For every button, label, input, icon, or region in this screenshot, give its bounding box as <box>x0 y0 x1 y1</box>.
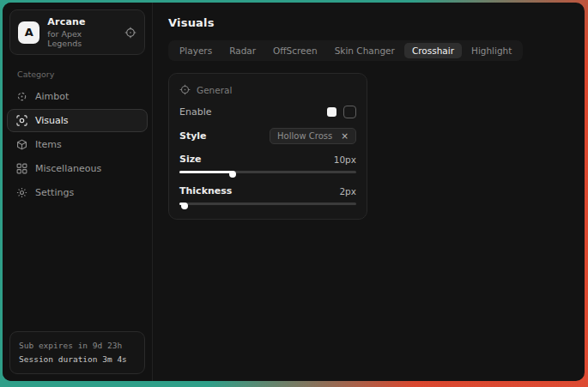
color-swatch[interactable] <box>327 107 336 117</box>
thickness-slider-fill <box>179 203 185 205</box>
size-value: 10px <box>334 154 356 165</box>
page-title: Visuals <box>168 16 569 29</box>
sidebar: A Arcane for Apex Legends Category Aimbo… <box>3 3 153 381</box>
brand-subtitle: for Apex Legends <box>47 29 117 48</box>
sidebar-item-aimbot[interactable]: Aimbot <box>7 85 148 108</box>
style-select[interactable]: Hollow Cross × <box>270 128 356 144</box>
app-window: A Arcane for Apex Legends Category Aimbo… <box>3 3 585 381</box>
tab-crosshair[interactable]: Crosshair <box>404 43 462 58</box>
enable-label: Enable <box>179 106 211 118</box>
tab-radar[interactable]: Radar <box>221 43 264 58</box>
crosshair-icon <box>16 91 27 102</box>
sidebar-item-label: Aimbot <box>35 91 69 102</box>
sidebar-item-miscellaneous[interactable]: Miscellaneous <box>7 157 148 180</box>
sidebar-item-settings[interactable]: Settings <box>7 181 148 204</box>
enable-checkbox[interactable] <box>343 106 356 118</box>
size-slider[interactable] <box>179 169 356 175</box>
enable-controls <box>327 106 356 118</box>
sidebar-item-visuals[interactable]: Visuals <box>7 109 148 132</box>
thickness-slider-track[interactable] <box>179 203 356 205</box>
tab-players[interactable]: Players <box>172 43 220 58</box>
style-row: Style Hollow Cross × <box>179 128 356 144</box>
app-logo: A <box>18 21 39 44</box>
thickness-label: Thickness <box>179 185 232 197</box>
tab-highlight[interactable]: Highlight <box>464 43 519 58</box>
sidebar-item-items[interactable]: Items <box>7 133 148 156</box>
target-icon[interactable] <box>124 27 136 39</box>
session-duration-text: Session duration 3m 4s <box>19 353 136 366</box>
brand-text: Arcane for Apex Legends <box>47 16 117 48</box>
category-label: Category <box>17 70 152 79</box>
grid-icon <box>16 163 27 174</box>
sidebar-item-label: Items <box>35 139 62 150</box>
thickness-slider[interactable] <box>179 201 356 207</box>
sidebar-item-label: Visuals <box>35 115 69 126</box>
tab-offscreen[interactable]: OffScreen <box>265 43 325 58</box>
size-slider-fill <box>179 171 233 173</box>
thickness-row: Thickness 2px <box>179 185 356 197</box>
visuals-scan-icon <box>16 115 27 126</box>
brand-title: Arcane <box>47 16 117 27</box>
size-label: Size <box>179 154 202 165</box>
sidebar-item-label: Settings <box>35 187 74 198</box>
brand-card: A Arcane for Apex Legends <box>9 9 145 55</box>
gear-icon <box>16 187 27 198</box>
general-panel: General Enable Style Hollow Cross × Size… <box>168 73 367 220</box>
tab-skin-changer[interactable]: Skin Changer <box>327 43 403 58</box>
visuals-tabbar: Players Radar OffScreen Skin Changer Cro… <box>168 40 523 61</box>
main-content: Visuals Players Radar OffScreen Skin Cha… <box>153 3 585 381</box>
panel-title: General <box>197 85 232 95</box>
style-select-value: Hollow Cross <box>277 131 332 141</box>
cube-icon <box>16 139 27 150</box>
size-row: Size 10px <box>179 154 356 165</box>
size-slider-thumb[interactable] <box>229 171 236 178</box>
style-label: Style <box>179 130 207 142</box>
subscription-info-card: Sub expires in 9d 23h Session duration 3… <box>9 331 145 374</box>
sidebar-item-label: Miscellaneous <box>35 163 101 174</box>
clear-icon[interactable]: × <box>341 131 349 141</box>
thickness-slider-thumb[interactable] <box>181 203 188 209</box>
panel-header: General <box>179 84 356 95</box>
sub-expires-text: Sub expires in 9d 23h <box>19 339 136 353</box>
enable-row: Enable <box>179 106 356 118</box>
thickness-value: 2px <box>339 186 356 197</box>
crosshair-settings-icon <box>179 84 191 95</box>
